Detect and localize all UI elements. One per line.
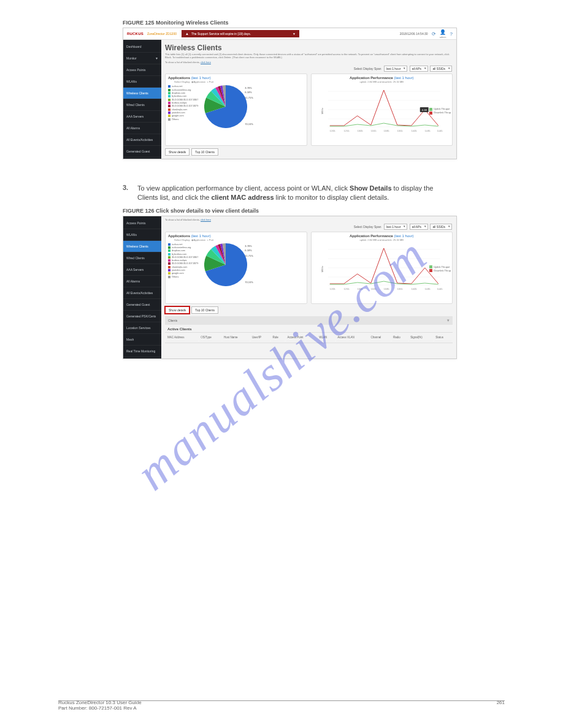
col-status[interactable]: Status [434,334,451,341]
col-wlan[interactable]: WLAN [318,334,335,341]
help-icon[interactable]: ? [450,31,453,37]
step-3: 3. To view application performance by cl… [123,184,456,203]
sidebar-item-wired-clients[interactable]: Wired Clients [123,99,161,111]
sidebar-item-aaa[interactable]: AAA Servers [123,264,161,276]
svg-text:13:05: 13:05 [357,130,362,132]
active-clients-title: Active Clients [167,327,453,331]
chevron-down-icon: ▼ [155,56,158,60]
sidebar-item-wired-clients[interactable]: Wired Clients [123,252,161,264]
sidebar-item-guest[interactable]: Generated Guest [123,146,161,157]
svg-text:13:55: 13:55 [397,288,402,290]
user-icon[interactable]: 👤 [440,29,446,35]
span-select[interactable]: last 1 hour [384,66,407,72]
page-title: Wireless Clients [165,44,453,52]
pie-labels: 3.78% 6.18% 11.75% 70.24% [245,85,253,126]
ap-select[interactable]: all APs [410,66,428,72]
col-channel[interactable]: Channel [370,334,391,341]
clients-table: MAC Address OS/Type Host Name User/IP Ro… [165,332,453,343]
footer-right: 261 [497,700,505,711]
refresh-icon[interactable]: ⟳ [432,31,436,37]
svg-text:14:05: 14:05 [411,130,416,132]
fig2-caption: FIGURE 126 Click show details to view cl… [123,208,526,214]
expire-text: The Support Service will expire in [19] … [191,32,251,36]
applications-panel-2: Applications (last 1 hour) Select Displa… [165,232,307,304]
sidebar-item-accesspoints[interactable]: Access Points [123,64,161,76]
col-host[interactable]: Host Name [223,334,250,341]
sidebar-item-alarms[interactable]: All Alarms [123,276,161,287]
user-label: admin [440,36,446,39]
sidebar-item-mesh[interactable]: Mesh [123,334,161,346]
svg-text:13:15: 13:15 [370,130,376,132]
pie-chart [204,85,247,128]
col-os[interactable]: OS/Type [199,334,221,341]
svg-text:13:35: 13:35 [383,130,389,132]
show-details-button[interactable]: Show details [165,148,190,156]
page-description: This table lists (1) all (1) currently c… [165,53,453,59]
fig1-caption: FIGURE 125 Monitoring Wireless Clients [123,20,526,26]
screenshot-2: Access Points WLANs Wireless Clients Wir… [123,216,457,359]
svg-text:12:55: 12:55 [343,288,349,290]
span-select[interactable]: last 1 hour [384,224,407,230]
sidebar-item-events[interactable]: All Events/Activities [123,134,161,146]
sidebar-item-guest[interactable]: Generated Guest [123,299,161,311]
sidebar-item-events[interactable]: All Events/Activities [123,287,161,299]
applications-title: Applications (last 1 hour) [168,76,304,80]
svg-text:14:45: 14:45 [437,288,442,290]
sidebar-item-realtime[interactable]: Real Time Monitoring [123,346,161,357]
svg-text:12:05: 12:05 [329,130,335,132]
svg-text:12:55: 12:55 [343,130,349,132]
svg-text:13:35: 13:35 [383,288,389,290]
step-text: To view application performance by clien… [137,184,456,203]
sidebar-item-wireless-clients[interactable]: Wireless Clients [123,241,161,252]
sidebar-item-alarms[interactable]: All Alarms [123,123,161,134]
svg-text:14:05: 14:05 [411,288,416,290]
col-role[interactable]: Role [271,334,285,341]
collapse-icon[interactable]: ▾ [447,318,450,323]
col-user[interactable]: User/IP [251,334,270,341]
top10-button[interactable]: Top 10 Clients [191,148,218,156]
ssid-select[interactable]: all SSIDs [430,66,452,72]
svg-text:13:55: 13:55 [397,130,402,132]
col-mac[interactable]: MAC Address [166,334,198,341]
sidebar-item-location[interactable]: Location Services [123,322,161,334]
col-signal[interactable]: Signal(%) [409,334,433,341]
topbar: RUCKUS ZoneDirector ZD1200 ▲ The Support… [123,28,456,40]
sidebar-item-dashboard[interactable]: Dashboard [123,41,161,53]
svg-text:14:35: 14:35 [424,130,430,132]
ap-select[interactable]: all APs [410,224,428,230]
sidebar-item-wlans[interactable]: WLANs [123,229,161,241]
sidebar-item-aaa[interactable]: AAA Servers [123,111,161,123]
top10-button[interactable]: Top 10 Clients [191,306,218,314]
blocked-clients-note: To show a list of blocked clients, click… [165,61,453,64]
warning-icon: ▲ [185,32,189,36]
sidebar-item-accesspoints[interactable]: Access Points [123,218,161,229]
tooltip: 4.18 [421,108,427,112]
show-details-button[interactable]: Show details [165,306,190,314]
click-here-link[interactable]: click here [201,218,211,221]
svg-text:MB/hr: MB/hr [320,265,323,271]
page-footer: Ruckus ZoneDirector 10.3 User Guide Part… [58,700,505,711]
svg-text:13:15: 13:15 [370,288,376,290]
col-radio[interactable]: Radio [392,334,408,341]
step-number: 3. [123,184,137,191]
applications-display-toggle[interactable]: Select Display: ◉ Application ○ Port [174,80,304,83]
chevron-down-icon[interactable]: ▼ [293,32,296,36]
sidebar-item-monitor[interactable]: Monitor▼ [123,53,161,64]
clients-header[interactable]: Clients ▾ [165,316,453,325]
expire-banner[interactable]: ▲ The Support Service will expire in [19… [182,30,299,37]
sidebar-item-psk[interactable]: Generated PSK/Certs [123,311,161,322]
sidebar-item-wireless-clients[interactable]: Wireless Clients [123,88,161,99]
sidebar-item-wlans[interactable]: WLANs [123,76,161,88]
brand-sub: ZoneDirector ZD1200 [147,32,177,36]
ssid-select[interactable]: all SSIDs [430,224,452,230]
col-ap[interactable]: Access Point [286,334,316,341]
datetime: 2018/12/06 14:54:30 [400,32,428,36]
filter-bar: Select Display Span last 1 hour all APs … [165,66,453,72]
col-vlan[interactable]: Access VLAN [336,334,368,341]
performance-subtitle: uplink: 2.84 MB and downlink: 29.16 MB [314,80,450,83]
ylabel: MB/hr [320,107,323,114]
performance-title: Application Performance (last 1 hour) [314,76,450,80]
applications-panel: Applications (last 1 hour) Select Displa… [165,74,307,146]
click-here-link[interactable]: click here [201,61,211,64]
filter-label: Select Display Span [354,67,381,70]
